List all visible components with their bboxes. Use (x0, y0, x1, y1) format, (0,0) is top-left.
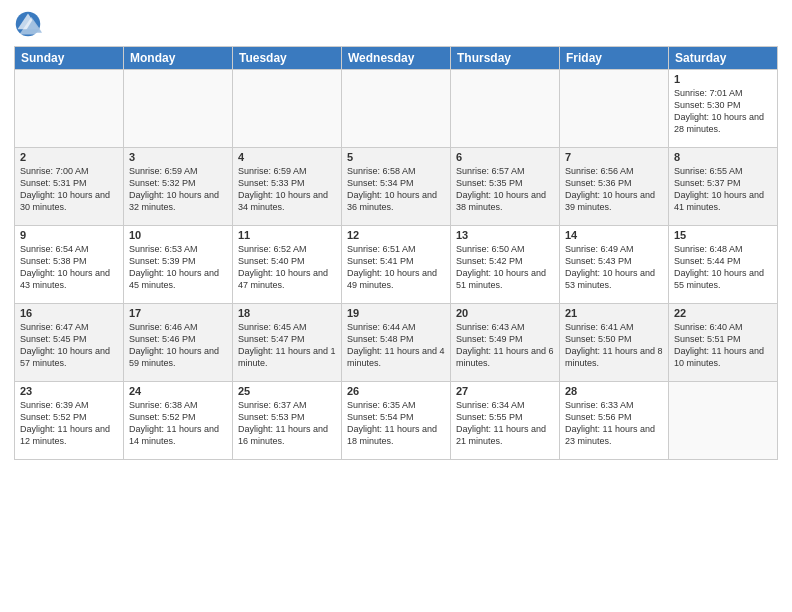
week-row-5: 23Sunrise: 6:39 AM Sunset: 5:52 PM Dayli… (15, 382, 778, 460)
calendar-cell-4-3: 18Sunrise: 6:45 AM Sunset: 5:47 PM Dayli… (233, 304, 342, 382)
day-number: 6 (456, 151, 554, 163)
day-number: 5 (347, 151, 445, 163)
day-number: 1 (674, 73, 772, 85)
day-info: Sunrise: 6:46 AM Sunset: 5:46 PM Dayligh… (129, 321, 227, 370)
day-info: Sunrise: 6:45 AM Sunset: 5:47 PM Dayligh… (238, 321, 336, 370)
calendar-cell-1-6 (560, 70, 669, 148)
calendar-cell-1-5 (451, 70, 560, 148)
calendar-cell-3-4: 12Sunrise: 6:51 AM Sunset: 5:41 PM Dayli… (342, 226, 451, 304)
header (14, 10, 778, 38)
calendar-cell-4-1: 16Sunrise: 6:47 AM Sunset: 5:45 PM Dayli… (15, 304, 124, 382)
calendar-cell-1-4 (342, 70, 451, 148)
calendar-cell-5-3: 25Sunrise: 6:37 AM Sunset: 5:53 PM Dayli… (233, 382, 342, 460)
calendar-cell-2-1: 2Sunrise: 7:00 AM Sunset: 5:31 PM Daylig… (15, 148, 124, 226)
day-number: 7 (565, 151, 663, 163)
day-number: 15 (674, 229, 772, 241)
day-number: 21 (565, 307, 663, 319)
calendar-cell-4-2: 17Sunrise: 6:46 AM Sunset: 5:46 PM Dayli… (124, 304, 233, 382)
day-info: Sunrise: 6:38 AM Sunset: 5:52 PM Dayligh… (129, 399, 227, 448)
day-info: Sunrise: 6:43 AM Sunset: 5:49 PM Dayligh… (456, 321, 554, 370)
week-row-2: 2Sunrise: 7:00 AM Sunset: 5:31 PM Daylig… (15, 148, 778, 226)
day-number: 20 (456, 307, 554, 319)
day-info: Sunrise: 6:44 AM Sunset: 5:48 PM Dayligh… (347, 321, 445, 370)
day-number: 22 (674, 307, 772, 319)
calendar-cell-5-4: 26Sunrise: 6:35 AM Sunset: 5:54 PM Dayli… (342, 382, 451, 460)
day-info: Sunrise: 7:01 AM Sunset: 5:30 PM Dayligh… (674, 87, 772, 136)
logo-icon (14, 10, 42, 38)
day-info: Sunrise: 6:55 AM Sunset: 5:37 PM Dayligh… (674, 165, 772, 214)
weekday-header-wednesday: Wednesday (342, 47, 451, 70)
calendar-cell-3-7: 15Sunrise: 6:48 AM Sunset: 5:44 PM Dayli… (669, 226, 778, 304)
day-number: 10 (129, 229, 227, 241)
day-number: 26 (347, 385, 445, 397)
day-number: 2 (20, 151, 118, 163)
logo (14, 10, 46, 38)
day-number: 24 (129, 385, 227, 397)
calendar-cell-3-2: 10Sunrise: 6:53 AM Sunset: 5:39 PM Dayli… (124, 226, 233, 304)
calendar-cell-1-1 (15, 70, 124, 148)
day-info: Sunrise: 6:58 AM Sunset: 5:34 PM Dayligh… (347, 165, 445, 214)
day-info: Sunrise: 6:59 AM Sunset: 5:32 PM Dayligh… (129, 165, 227, 214)
calendar-cell-2-7: 8Sunrise: 6:55 AM Sunset: 5:37 PM Daylig… (669, 148, 778, 226)
weekday-header-tuesday: Tuesday (233, 47, 342, 70)
day-number: 18 (238, 307, 336, 319)
calendar-cell-3-1: 9Sunrise: 6:54 AM Sunset: 5:38 PM Daylig… (15, 226, 124, 304)
calendar-cell-5-2: 24Sunrise: 6:38 AM Sunset: 5:52 PM Dayli… (124, 382, 233, 460)
day-info: Sunrise: 6:56 AM Sunset: 5:36 PM Dayligh… (565, 165, 663, 214)
day-info: Sunrise: 6:33 AM Sunset: 5:56 PM Dayligh… (565, 399, 663, 448)
weekday-header-thursday: Thursday (451, 47, 560, 70)
calendar-table: SundayMondayTuesdayWednesdayThursdayFrid… (14, 46, 778, 460)
day-info: Sunrise: 7:00 AM Sunset: 5:31 PM Dayligh… (20, 165, 118, 214)
calendar-cell-4-5: 20Sunrise: 6:43 AM Sunset: 5:49 PM Dayli… (451, 304, 560, 382)
calendar-cell-4-6: 21Sunrise: 6:41 AM Sunset: 5:50 PM Dayli… (560, 304, 669, 382)
calendar-cell-2-6: 7Sunrise: 6:56 AM Sunset: 5:36 PM Daylig… (560, 148, 669, 226)
day-info: Sunrise: 6:48 AM Sunset: 5:44 PM Dayligh… (674, 243, 772, 292)
day-info: Sunrise: 6:53 AM Sunset: 5:39 PM Dayligh… (129, 243, 227, 292)
calendar-cell-3-3: 11Sunrise: 6:52 AM Sunset: 5:40 PM Dayli… (233, 226, 342, 304)
calendar-cell-4-7: 22Sunrise: 6:40 AM Sunset: 5:51 PM Dayli… (669, 304, 778, 382)
day-number: 25 (238, 385, 336, 397)
day-number: 11 (238, 229, 336, 241)
calendar-cell-3-5: 13Sunrise: 6:50 AM Sunset: 5:42 PM Dayli… (451, 226, 560, 304)
day-info: Sunrise: 6:47 AM Sunset: 5:45 PM Dayligh… (20, 321, 118, 370)
day-number: 3 (129, 151, 227, 163)
calendar-cell-5-5: 27Sunrise: 6:34 AM Sunset: 5:55 PM Dayli… (451, 382, 560, 460)
calendar-cell-2-2: 3Sunrise: 6:59 AM Sunset: 5:32 PM Daylig… (124, 148, 233, 226)
calendar-cell-1-2 (124, 70, 233, 148)
day-info: Sunrise: 6:51 AM Sunset: 5:41 PM Dayligh… (347, 243, 445, 292)
day-info: Sunrise: 6:49 AM Sunset: 5:43 PM Dayligh… (565, 243, 663, 292)
calendar-cell-1-3 (233, 70, 342, 148)
day-info: Sunrise: 6:52 AM Sunset: 5:40 PM Dayligh… (238, 243, 336, 292)
day-number: 8 (674, 151, 772, 163)
calendar-cell-2-3: 4Sunrise: 6:59 AM Sunset: 5:33 PM Daylig… (233, 148, 342, 226)
day-number: 23 (20, 385, 118, 397)
day-info: Sunrise: 6:35 AM Sunset: 5:54 PM Dayligh… (347, 399, 445, 448)
day-number: 9 (20, 229, 118, 241)
calendar-cell-1-7: 1Sunrise: 7:01 AM Sunset: 5:30 PM Daylig… (669, 70, 778, 148)
day-info: Sunrise: 6:37 AM Sunset: 5:53 PM Dayligh… (238, 399, 336, 448)
day-info: Sunrise: 6:54 AM Sunset: 5:38 PM Dayligh… (20, 243, 118, 292)
calendar-cell-2-4: 5Sunrise: 6:58 AM Sunset: 5:34 PM Daylig… (342, 148, 451, 226)
day-number: 13 (456, 229, 554, 241)
calendar-cell-5-1: 23Sunrise: 6:39 AM Sunset: 5:52 PM Dayli… (15, 382, 124, 460)
day-info: Sunrise: 6:50 AM Sunset: 5:42 PM Dayligh… (456, 243, 554, 292)
day-info: Sunrise: 6:39 AM Sunset: 5:52 PM Dayligh… (20, 399, 118, 448)
week-row-1: 1Sunrise: 7:01 AM Sunset: 5:30 PM Daylig… (15, 70, 778, 148)
calendar-cell-5-6: 28Sunrise: 6:33 AM Sunset: 5:56 PM Dayli… (560, 382, 669, 460)
day-number: 17 (129, 307, 227, 319)
calendar-cell-3-6: 14Sunrise: 6:49 AM Sunset: 5:43 PM Dayli… (560, 226, 669, 304)
weekday-header-saturday: Saturday (669, 47, 778, 70)
calendar-cell-2-5: 6Sunrise: 6:57 AM Sunset: 5:35 PM Daylig… (451, 148, 560, 226)
day-number: 27 (456, 385, 554, 397)
day-number: 4 (238, 151, 336, 163)
day-number: 16 (20, 307, 118, 319)
day-number: 28 (565, 385, 663, 397)
week-row-4: 16Sunrise: 6:47 AM Sunset: 5:45 PM Dayli… (15, 304, 778, 382)
weekday-header-friday: Friday (560, 47, 669, 70)
day-info: Sunrise: 6:59 AM Sunset: 5:33 PM Dayligh… (238, 165, 336, 214)
calendar-cell-5-7 (669, 382, 778, 460)
calendar-page: SundayMondayTuesdayWednesdayThursdayFrid… (0, 0, 792, 612)
day-info: Sunrise: 6:40 AM Sunset: 5:51 PM Dayligh… (674, 321, 772, 370)
week-row-3: 9Sunrise: 6:54 AM Sunset: 5:38 PM Daylig… (15, 226, 778, 304)
day-number: 14 (565, 229, 663, 241)
